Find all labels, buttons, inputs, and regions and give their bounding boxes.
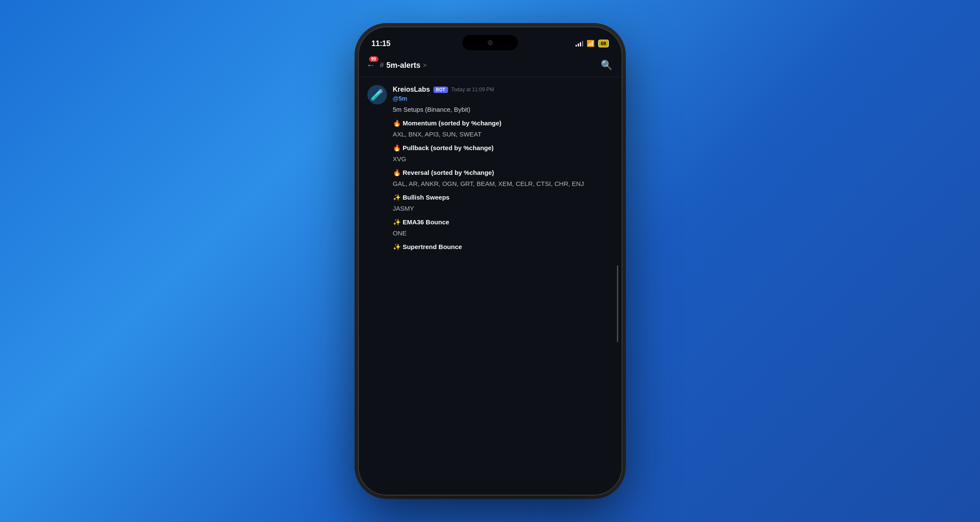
avatar: 🧪	[367, 85, 387, 104]
avatar-flask-icon: 🧪	[370, 88, 384, 102]
bullish-sweeps-title-text: Bullish Sweeps	[403, 194, 450, 201]
sparkle-icon-1: ✨	[393, 194, 401, 201]
bot-badge: BOT	[433, 87, 448, 93]
section-supertrend: ✨ Supertrend Bounce	[393, 242, 613, 252]
reversal-items: GAL, AR, ANKR, OGN, GRT, BEAM, XEM, CELR…	[393, 180, 584, 187]
channel-header: ← 99 # 5m-alerts > 🔍	[359, 54, 622, 77]
signal-bar-1	[576, 45, 577, 46]
momentum-title-text: Momentum (sorted by %change)	[403, 119, 502, 127]
sender-name: KreiosLabs	[393, 86, 430, 93]
section-momentum-title: 🔥 Momentum (sorted by %change)	[393, 118, 613, 128]
message-fade	[359, 461, 622, 495]
status-icons: 📶 69	[576, 40, 608, 47]
reversal-title-text: Reversal (sorted by %change)	[403, 169, 494, 176]
section-pullback: 🔥 Pullback (sorted by %change) XVG	[393, 143, 613, 164]
section-pullback-title: 🔥 Pullback (sorted by %change)	[393, 143, 613, 153]
section-ema36: ✨ EMA36 Bounce ONE	[393, 217, 613, 238]
fire-icon-1: 🔥	[393, 119, 401, 127]
fire-icon-2: 🔥	[393, 144, 401, 151]
ema36-items: ONE	[393, 229, 407, 237]
scene: 11:15 📶 69 ← 99	[358, 26, 622, 496]
message-header: KreiosLabs BOT Today at 11:09 PM	[393, 86, 613, 93]
section-reversal-title: 🔥 Reversal (sorted by %change)	[393, 168, 613, 178]
status-time: 11:15	[372, 39, 391, 48]
signal-bar-4	[582, 41, 583, 46]
wifi-icon: 📶	[587, 40, 595, 47]
channel-chevron-icon: >	[423, 62, 426, 69]
power-button	[622, 138, 622, 189]
channel-name: 5m-alerts	[386, 61, 420, 70]
phone-content: ← 99 # 5m-alerts > 🔍 🧪	[359, 54, 622, 495]
section-momentum: 🔥 Momentum (sorted by %change) AXL, BNX,…	[393, 118, 613, 139]
notification-badge: 99	[369, 56, 378, 62]
supertrend-title-text: Supertrend Bounce	[403, 243, 462, 250]
channel-name-wrapper[interactable]: # 5m-alerts >	[380, 61, 427, 70]
hash-icon: #	[380, 61, 384, 69]
signal-bars	[576, 41, 583, 46]
message-time: Today at 11:09 PM	[451, 87, 494, 93]
battery-badge: 69	[598, 40, 608, 47]
scroll-indicator	[617, 265, 618, 342]
section-bullish-sweeps-title: ✨ Bullish Sweeps	[393, 192, 613, 203]
message-body: KreiosLabs BOT Today at 11:09 PM @5m 5m …	[393, 85, 613, 253]
pullback-items: XVG	[393, 155, 407, 162]
sparkle-icon-2: ✨	[393, 218, 401, 226]
intro-text: 5m Setups (Binance, Bybit)	[393, 106, 471, 113]
bullish-sweeps-items: JASMY	[393, 205, 414, 212]
dynamic-island	[462, 35, 518, 50]
mention: @5m	[393, 95, 613, 102]
signal-bar-2	[578, 44, 579, 46]
section-supertrend-title: ✨ Supertrend Bounce	[393, 242, 613, 252]
fire-icon-3: 🔥	[393, 169, 401, 176]
search-button[interactable]: 🔍	[601, 60, 612, 71]
phone-frame: 11:15 📶 69 ← 99	[358, 26, 622, 496]
section-bullish-sweeps: ✨ Bullish Sweeps JASMY	[393, 192, 613, 214]
section-ema36-title: ✨ EMA36 Bounce	[393, 217, 613, 227]
signal-bar-3	[580, 42, 581, 46]
message-area[interactable]: 🧪 KreiosLabs BOT Today at 11:09 PM @5m 5…	[359, 77, 622, 495]
camera-dot	[488, 40, 493, 45]
ema36-title-text: EMA36 Bounce	[403, 218, 449, 226]
section-reversal: 🔥 Reversal (sorted by %change) GAL, AR, …	[393, 168, 613, 189]
message-row: 🧪 KreiosLabs BOT Today at 11:09 PM @5m 5…	[367, 85, 613, 253]
momentum-items: AXL, BNX, API3, SUN, SWEAT	[393, 130, 482, 138]
header-left: ← 99 # 5m-alerts >	[366, 60, 427, 71]
pullback-title-text: Pullback (sorted by %change)	[403, 144, 494, 151]
back-button[interactable]: ← 99	[366, 60, 376, 71]
sparkle-icon-3: ✨	[393, 243, 401, 250]
message-intro: 5m Setups (Binance, Bybit)	[393, 104, 613, 115]
